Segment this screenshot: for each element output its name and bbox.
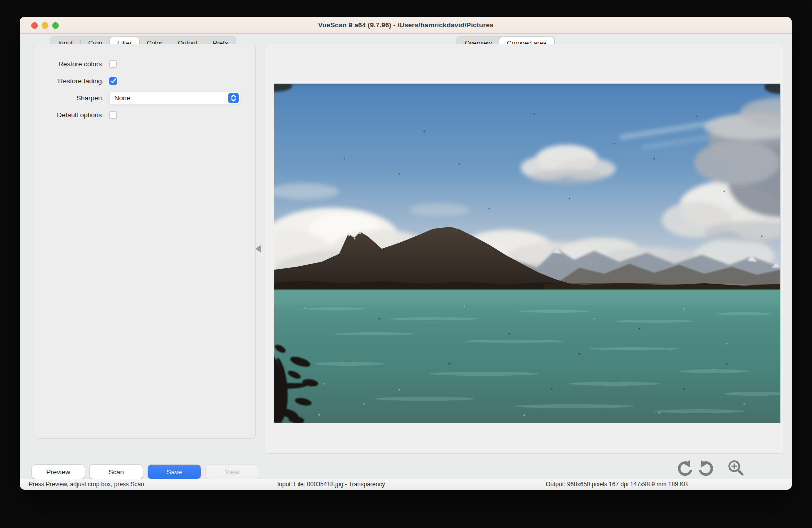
chevron-up-icon <box>231 94 236 98</box>
app-window: VueScan 9 a64 (9.7.96) - /Users/hamrickd… <box>20 17 792 490</box>
checkmark-icon <box>110 78 116 84</box>
restore-colors-label: Restore colors: <box>34 60 110 68</box>
sharpen-label: Sharpen: <box>34 94 110 102</box>
default-options-label: Default options: <box>34 112 110 119</box>
chevron-down-icon <box>231 98 236 102</box>
default-options-row: Default options: <box>34 106 256 124</box>
view-button[interactable]: View <box>206 465 259 479</box>
window-title: VueScan 9 a64 (9.7.96) - /Users/hamrickd… <box>318 22 494 29</box>
preview-button[interactable]: Preview <box>32 465 85 479</box>
minimize-button[interactable] <box>42 22 48 29</box>
default-options-checkbox[interactable] <box>110 112 117 119</box>
restore-colors-row: Restore colors: <box>34 56 256 72</box>
traffic-lights <box>32 17 59 34</box>
rotate-right-icon[interactable] <box>696 459 716 479</box>
sharpen-row: Sharpen: None <box>34 90 256 106</box>
save-button[interactable]: Save <box>148 465 201 479</box>
zoom-in-icon[interactable] <box>726 459 746 479</box>
status-bar: Press Preview, adjust crop box, press Sc… <box>20 479 792 490</box>
select-stepper-icon <box>228 93 239 104</box>
close-button[interactable] <box>32 22 38 29</box>
sharpen-value: None <box>114 94 130 102</box>
collapse-panel-arrow-icon[interactable] <box>256 245 262 253</box>
preview-panel <box>265 44 784 454</box>
photo-preview[interactable] <box>274 84 780 423</box>
rotate-left-icon[interactable] <box>675 459 695 479</box>
restore-fading-row: Restore fading: <box>34 72 256 90</box>
scan-button[interactable]: Scan <box>90 465 143 479</box>
zoom-window-button[interactable] <box>52 22 59 29</box>
status-output-info: Output: 968x650 pixels 167 dpi 147x98.9 … <box>546 481 688 488</box>
restore-colors-checkbox[interactable] <box>110 60 117 68</box>
status-input-file: Input: File: 00035418.jpg - Transparency <box>278 481 385 488</box>
title-bar: VueScan 9 a64 (9.7.96) - /Users/hamrickd… <box>20 17 792 34</box>
status-hint: Press Preview, adjust crop box, press Sc… <box>29 481 144 488</box>
restore-fading-label: Restore fading: <box>34 78 110 85</box>
filter-options-panel: Restore colors: Restore fading: Sharpen:… <box>34 44 256 439</box>
sharpen-select[interactable]: None <box>110 92 240 105</box>
restore-fading-checkbox[interactable] <box>110 78 117 85</box>
